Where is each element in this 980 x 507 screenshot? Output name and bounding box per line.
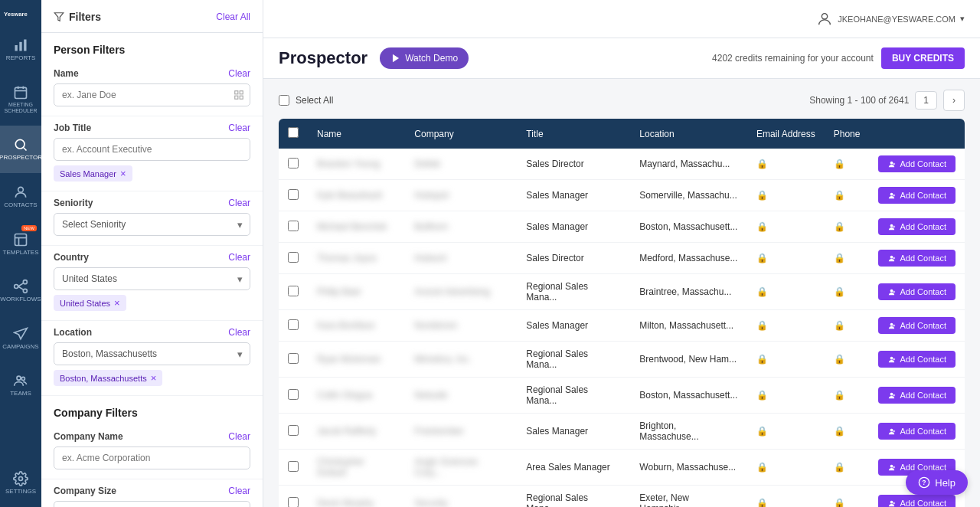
sales-manager-tag-remove[interactable]: × [120, 168, 126, 179]
svg-rect-26 [240, 96, 243, 99]
row-location-3: Medford, Massachuse... [630, 243, 747, 274]
job-title-clear-button[interactable]: Clear [228, 123, 250, 133]
company-name-input[interactable] [54, 446, 250, 469]
phone-lock-icon: 🔒 [834, 354, 845, 365]
row-title-6: Regional Sales Mana... [517, 342, 630, 378]
row-title-2: Sales Manager [517, 211, 630, 243]
row-title-8: Sales Manager [517, 414, 630, 450]
row-checkbox-7[interactable] [288, 389, 299, 400]
name-input[interactable] [54, 83, 250, 106]
email-lock-icon: 🔒 [756, 221, 768, 232]
help-button[interactable]: ? Help [906, 470, 968, 495]
sidebar-item-campaigns[interactable]: CAMPAIGNS [0, 315, 41, 362]
add-contact-button-2[interactable]: Add Contact [878, 218, 956, 235]
phone-lock-icon: 🔒 [834, 190, 845, 201]
row-checkbox-cell [279, 378, 308, 414]
row-checkbox-3[interactable] [288, 252, 299, 263]
user-dropdown-icon: ▾ [960, 14, 965, 24]
row-checkbox-1[interactable] [288, 189, 299, 200]
main-content: JKEOHANE@YESWARE.COM ▾ Prospector Watch … [263, 0, 980, 507]
row-name-6: Ryan Mclennan [308, 342, 405, 378]
play-icon [390, 53, 401, 64]
user-info[interactable]: JKEOHANE@YESWARE.COM ▾ [816, 11, 965, 28]
name-clear-button[interactable]: Clear [228, 68, 250, 79]
country-clear-button[interactable]: Clear [228, 252, 250, 263]
add-contact-button-8[interactable]: Add Contact [878, 423, 956, 440]
country-select[interactable]: United States [54, 267, 250, 290]
row-checkbox-0[interactable] [288, 158, 299, 168]
row-location-4: Braintree, Massachu... [630, 274, 747, 310]
header-checkbox[interactable] [288, 127, 299, 138]
row-checkbox-cell [279, 342, 308, 378]
sidebar-item-teams[interactable]: TEAMS [0, 361, 41, 409]
buy-credits-button[interactable]: BUY CREDITS [881, 47, 965, 69]
boston-tag-remove[interactable]: × [151, 372, 157, 384]
sidebar-item-templates[interactable]: NEW TEMPLATES [0, 221, 41, 268]
company-name-clear-button[interactable]: Clear [228, 431, 250, 442]
row-checkbox-9[interactable] [288, 461, 299, 472]
add-contact-icon [887, 223, 896, 231]
row-phone-8: 🔒 [825, 414, 870, 450]
row-company-8: Freshember [405, 414, 517, 450]
row-checkbox-5[interactable] [288, 319, 299, 330]
app-logo[interactable]: Yesware [4, 8, 38, 20]
add-contact-button-0[interactable]: Add Contact [878, 155, 956, 172]
watch-demo-button[interactable]: Watch Demo [380, 47, 469, 69]
company-size-select-wrap: Select Company Size ▾ [54, 501, 250, 507]
add-contact-icon [887, 288, 896, 296]
row-phone-4: 🔒 [825, 274, 870, 310]
add-contact-button-5[interactable]: Add Contact [878, 317, 956, 334]
row-checkbox-2[interactable] [288, 221, 299, 231]
actions-column-header [869, 119, 965, 149]
svg-line-17 [18, 283, 24, 286]
seniority-clear-button[interactable]: Clear [228, 198, 250, 208]
add-contact-button-1[interactable]: Add Contact [878, 187, 956, 204]
add-contact-button-4[interactable]: Add Contact [878, 283, 956, 300]
row-checkbox-4[interactable] [288, 286, 299, 296]
add-contact-button-10[interactable]: Add Contact [878, 495, 956, 507]
seniority-select[interactable]: Select Seniority [54, 213, 250, 236]
united-states-tag-remove[interactable]: × [114, 297, 120, 309]
sidebar-item-contacts[interactable]: CONTACTS [0, 173, 41, 221]
add-contact-icon [887, 322, 896, 330]
row-checkbox-10[interactable] [288, 497, 299, 508]
page-number[interactable]: 1 [915, 91, 937, 110]
sidebar-item-workflows[interactable]: WORKFLOWS [0, 267, 41, 315]
row-checkbox-cell [279, 450, 308, 486]
select-all-checkbox[interactable] [279, 95, 289, 106]
row-company-7: Netsuile [405, 378, 517, 414]
location-clear-button[interactable]: Clear [228, 327, 250, 338]
row-checkbox-8[interactable] [288, 425, 299, 436]
company-size-clear-button[interactable]: Clear [228, 486, 250, 496]
add-contact-button-3[interactable]: Add Contact [878, 250, 956, 267]
row-company-10: Security [405, 486, 517, 508]
email-lock-icon: 🔒 [756, 498, 768, 507]
location-select[interactable]: Boston, Massachusetts [54, 342, 250, 365]
clear-all-button[interactable]: Clear All [216, 11, 250, 22]
svg-marker-28 [393, 54, 399, 63]
row-email-9: 🔒 [747, 450, 825, 486]
add-contact-button-6[interactable]: Add Contact [878, 351, 956, 368]
next-page-button[interactable]: › [943, 90, 965, 111]
row-checkbox-cell [279, 211, 308, 243]
row-phone-2: 🔒 [825, 211, 870, 243]
row-checkbox-cell [279, 180, 308, 211]
svg-point-35 [890, 224, 893, 227]
company-size-select[interactable]: Select Company Size [54, 501, 250, 507]
seniority-filter-group: Seniority Clear Select Seniority ▾ [41, 191, 263, 246]
sidebar-item-reports[interactable]: REPORTS [0, 26, 41, 74]
row-name-4: Philip Baer [308, 274, 405, 310]
row-location-7: Boston, Massachusett... [630, 378, 747, 414]
add-contact-button-7[interactable]: Add Contact [878, 387, 956, 404]
svg-line-9 [24, 148, 27, 151]
location-column-header: Location [630, 119, 747, 149]
job-title-input[interactable] [54, 138, 250, 161]
row-checkbox-6[interactable] [288, 353, 299, 364]
svg-text:Yesware: Yesware [4, 11, 28, 18]
row-name-8: Jacob Rafferty [308, 414, 405, 450]
sidebar-item-meeting-scheduler[interactable]: MEETING SCHEDULER [0, 74, 41, 126]
sidebar-item-prospector[interactable]: PROSPECTOR [0, 126, 41, 173]
sidebar-item-settings[interactable]: SETTINGS [0, 460, 41, 507]
svg-point-47 [890, 356, 893, 359]
table-row: Devin Murphy Security Regional Sales Man… [279, 486, 965, 508]
